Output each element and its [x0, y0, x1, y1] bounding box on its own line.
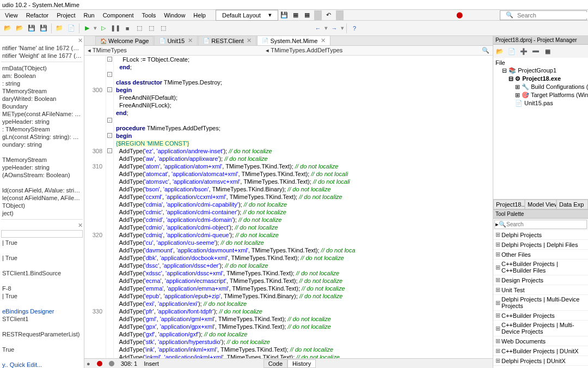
pm-build[interactable]: ⊞ 🔧 Build Configurations (Debug) [494, 83, 587, 91]
nav-fwd-dropdown-icon[interactable]: ▾ [341, 25, 344, 32]
structure-item[interactable]: ypeHeader: string [1, 118, 83, 125]
new-icon[interactable]: 📄 [66, 23, 77, 34]
save-icon[interactable]: 💾 [26, 23, 37, 34]
structure-item[interactable]: (AOwnsStream: Boolean) [1, 171, 83, 179]
property-item[interactable]: STClient1 [1, 315, 83, 323]
run-icon[interactable]: ▶ [82, 23, 93, 34]
palette-list[interactable]: ⊞Delphi Projects⊞Delphi Projects | Delph… [493, 230, 588, 368]
nav-fwd-icon[interactable]: → [329, 23, 340, 34]
step-over-icon[interactable]: ⬚ [134, 23, 145, 34]
property-item[interactable] [1, 353, 83, 361]
pm-open-icon[interactable]: 📂 [494, 46, 505, 57]
tab-code[interactable]: Code [264, 359, 287, 368]
expand-icon[interactable]: ⊞ [495, 231, 500, 238]
close-icon[interactable]: ✕ [1, 222, 83, 229]
palette-category[interactable]: ⊞Delphi Projects | Delphi Files [493, 240, 588, 250]
palette-category[interactable]: ⊞Delphi Projects | DUnitX [493, 356, 588, 366]
property-item[interactable]: True [1, 346, 83, 353]
palette-category[interactable]: ⊞Other Files [493, 250, 588, 260]
palette-category[interactable]: ⊞C++Builder Projects | Multi-Device Proj… [493, 321, 588, 336]
structure-item[interactable]: gLn(const AString: string): string [1, 133, 83, 141]
expand-icon[interactable]: ⊞ [495, 299, 500, 306]
tab-welcome[interactable]: 🏠 Welcome Page [95, 36, 154, 45]
property-item[interactable] [1, 323, 83, 330]
palette-category[interactable]: ⊞C++Builder Projects | C++Builder Files [493, 260, 588, 275]
error-item[interactable]: ntifier 'Weight' at line 1677 (1677:28) [1, 52, 83, 59]
pm-tree[interactable]: File ⊟ 📚 ProjectGroup1 ⊟ ⚙ Project18.exe… [493, 58, 588, 200]
step-into-icon[interactable]: ⬚ [146, 23, 157, 34]
property-item[interactable]: | True [1, 292, 83, 300]
macro-rec-icon[interactable]: ● [87, 360, 90, 367]
nav-back-dropdown-icon[interactable]: ▾ [324, 25, 328, 32]
menu-view[interactable]: View [1, 11, 22, 20]
saveall-icon[interactable]: 💾 [38, 23, 49, 34]
property-item[interactable] [1, 262, 83, 269]
menu-refactor[interactable]: Refactor [22, 11, 53, 20]
nav-right[interactable]: ◂ TMimeTypes.AddDefTypes [266, 47, 342, 54]
property-item[interactable]: y.. Quick Edit... [1, 361, 83, 368]
palette-category[interactable]: ⊞Design Projects [493, 275, 588, 285]
code-editor[interactable]: 300 308 310 320 330 340 ------ FLock := … [84, 56, 493, 358]
pm-tab-project[interactable]: Project18.... [493, 200, 525, 209]
structure-item[interactable]: : TMemoryStream [1, 125, 83, 133]
run-dropdown-icon[interactable]: ▾ [94, 25, 97, 32]
structure-item[interactable]: : string [1, 80, 83, 87]
palette-category[interactable]: ⊞Delphi Projects | Multi-Device Projects [493, 295, 588, 311]
expand-icon[interactable]: ⊞ [495, 337, 500, 345]
palette-category[interactable]: ⊞C++Builder Projects | DUnitX [493, 346, 588, 356]
palette-category[interactable]: ⊞Delphi Projects [493, 230, 588, 240]
structure-item[interactable]: am: Boolean [1, 72, 83, 80]
pm-unit[interactable]: 📄 Unit15.pas [494, 99, 587, 107]
property-item[interactable] [1, 338, 83, 346]
pm-add-icon[interactable]: ➕ [518, 46, 529, 57]
expand-icon[interactable]: ⊞ [495, 286, 500, 293]
property-item[interactable]: RESTRequestParameterList) [1, 330, 83, 338]
expand-icon[interactable]: ⊞ [495, 276, 500, 283]
tab-history[interactable]: History [287, 359, 316, 368]
property-item[interactable]: | True [1, 254, 83, 262]
menu-tools[interactable]: Tools [138, 11, 160, 20]
palette-category[interactable]: ⊞Unit Test [493, 285, 588, 295]
palette-search-input[interactable] [506, 221, 586, 227]
expand-icon[interactable]: ⊞ [495, 357, 500, 364]
property-item[interactable] [1, 246, 83, 254]
pm-remove-icon[interactable]: ➖ [530, 46, 541, 57]
structure-item[interactable]: TMemoryStream [1, 156, 83, 164]
structure-item[interactable]: rmData(TObject) [1, 64, 83, 72]
folder-icon[interactable]: 📁 [54, 23, 65, 34]
nav-back-icon[interactable]: ← [313, 23, 323, 34]
close-icon[interactable]: ✕ [247, 37, 252, 44]
property-item[interactable]: | True [1, 239, 83, 246]
structure-item[interactable]: TObject) [1, 202, 83, 209]
step-out-icon[interactable]: ⬚ [158, 23, 169, 34]
code-content[interactable]: FLock := TObject.Create; end; class dest… [114, 56, 493, 358]
palette-category[interactable]: ⊞C++Builder Projects | DataSnap Server [493, 366, 588, 368]
search-box[interactable]: 🔍 [500, 10, 587, 20]
rec-gray-icon[interactable] [109, 361, 114, 366]
menu-run[interactable]: Run [79, 11, 98, 20]
error-item[interactable]: ntifier 'Name' at line 1672 (1672:28) [1, 44, 83, 52]
close-icon[interactable]: ✕ [1, 37, 83, 44]
structure-item[interactable] [1, 179, 83, 186]
property-item[interactable]: F-8 [1, 285, 83, 292]
layout-combo[interactable]: Default Layout▾ [216, 10, 278, 21]
menu-project[interactable]: Project [53, 11, 79, 20]
pm-new-icon[interactable]: 📄 [506, 46, 517, 57]
save-layout-icon[interactable]: 💾 [279, 10, 290, 21]
palette-category[interactable]: ⊞Web Documents [493, 336, 588, 346]
tab-mime[interactable]: 📄 System.Net.Mime✕ [257, 35, 330, 45]
expand-icon[interactable]: ⊞ [495, 347, 500, 354]
structure-item[interactable]: ld(const AField, AValue: string) [1, 186, 83, 194]
menu-help[interactable]: Help [189, 11, 210, 20]
pm-tab-data[interactable]: Data Exp [556, 200, 588, 209]
undo-layout-icon[interactable]: ↶ [323, 10, 334, 21]
search-icon[interactable]: 🔍 [482, 47, 489, 54]
pm-view-icon[interactable]: ▦ [542, 46, 553, 57]
close-icon[interactable]: ✕ [188, 37, 193, 44]
pm-group[interactable]: ⊟ 📚 ProjectGroup1 [494, 67, 587, 75]
structure-item[interactable]: METype(const AFileName: string): string [1, 110, 83, 118]
expand-icon[interactable]: ⊞ [495, 264, 500, 271]
structure-item[interactable]: Boundary [1, 102, 83, 110]
structure-item[interactable]: ject) [1, 209, 83, 217]
fold-gutter[interactable]: ------ [106, 56, 114, 358]
